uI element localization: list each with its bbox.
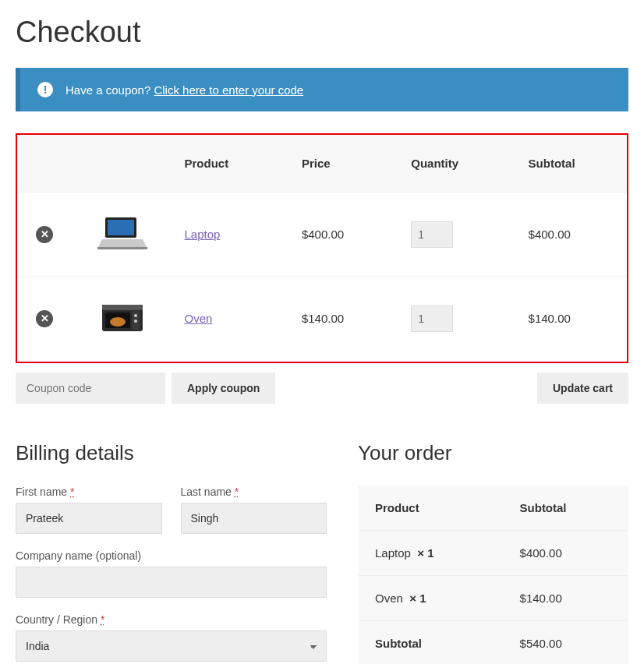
- coupon-prefix: Have a coupon?: [65, 83, 150, 97]
- subtotal-cell: $140.00: [518, 277, 627, 361]
- coupon-banner-text: Have a coupon? Click here to enter your …: [65, 83, 303, 97]
- your-order: Your order Product Subtotal Laptop × 1 $…: [358, 441, 628, 664]
- col-quantity-header: Quantity: [400, 135, 517, 192]
- col-price-header: Price: [291, 135, 400, 192]
- svg-rect-10: [102, 305, 143, 310]
- order-header-subtotal: Subtotal: [503, 486, 628, 531]
- order-line-qty: × 1: [409, 592, 426, 605]
- coupon-toggle-link[interactable]: Click here to enter your code: [154, 83, 303, 97]
- quantity-input[interactable]: [411, 306, 453, 332]
- col-product-header: Product: [174, 135, 291, 192]
- billing-title: Billing details: [16, 441, 327, 465]
- country-label: Country / Region *: [16, 613, 327, 626]
- billing-details: Billing details First name * Last name *…: [16, 441, 327, 662]
- order-line-name: Oven: [375, 592, 403, 605]
- info-icon: !: [37, 82, 53, 97]
- svg-point-9: [134, 320, 137, 323]
- order-subtotal-label: Subtotal: [358, 621, 503, 665]
- label-text: First name: [16, 486, 67, 498]
- order-line-name: Laptop: [375, 546, 411, 560]
- table-row: ✕ Laptop $400.00 $400.00: [17, 192, 627, 277]
- coupon-banner: ! Have a coupon? Click here to enter you…: [16, 68, 628, 111]
- label-text: Country / Region: [16, 613, 97, 626]
- product-thumbnail-laptop[interactable]: [94, 213, 150, 253]
- product-link[interactable]: Laptop: [185, 228, 221, 241]
- order-subtotal-value: $540.00: [503, 621, 628, 665]
- svg-rect-3: [97, 247, 147, 249]
- update-cart-button[interactable]: Update cart: [537, 373, 628, 404]
- product-thumbnail-oven[interactable]: [94, 297, 150, 337]
- svg-point-8: [134, 314, 137, 317]
- cart-actions: Apply coupon Update cart: [16, 373, 628, 404]
- page-title: Checkout: [16, 16, 628, 49]
- country-select[interactable]: India: [16, 630, 327, 662]
- subtotal-cell: $400.00: [518, 192, 627, 277]
- last-name-input[interactable]: [181, 503, 327, 534]
- first-name-label: First name *: [16, 486, 162, 498]
- required-marker: *: [101, 613, 104, 626]
- last-name-label: Last name *: [181, 486, 327, 498]
- company-input[interactable]: [16, 567, 327, 598]
- cart-table-highlight: Product Price Quantity Subtotal ✕: [16, 133, 628, 363]
- required-marker: *: [235, 486, 239, 498]
- order-line-subtotal: $140.00: [503, 576, 628, 621]
- price-cell: $400.00: [291, 192, 400, 277]
- order-line-qty: × 1: [417, 546, 433, 560]
- product-link[interactable]: Oven: [185, 312, 213, 325]
- table-row: ✕ Oven: [17, 277, 627, 361]
- apply-coupon-button[interactable]: Apply coupon: [172, 373, 275, 404]
- order-line: Laptop × 1 $400.00: [358, 531, 628, 576]
- coupon-code-input[interactable]: [16, 373, 165, 404]
- order-line: Oven × 1 $140.00: [358, 576, 628, 621]
- col-thumb-header: [72, 135, 173, 192]
- col-remove-header: [17, 135, 72, 192]
- col-subtotal-header: Subtotal: [518, 135, 627, 192]
- company-label: Company name (optional): [16, 549, 327, 562]
- price-cell: $140.00: [291, 277, 400, 361]
- required-marker: *: [70, 486, 74, 498]
- order-header-product: Product: [358, 486, 503, 531]
- remove-item-button[interactable]: ✕: [36, 226, 53, 243]
- order-title: Your order: [358, 441, 628, 465]
- quantity-input[interactable]: [411, 221, 453, 248]
- svg-point-6: [110, 317, 126, 327]
- label-text: Last name: [181, 486, 232, 498]
- order-line-subtotal: $400.00: [503, 531, 628, 576]
- remove-item-button[interactable]: ✕: [36, 310, 53, 327]
- cart-table: Product Price Quantity Subtotal ✕: [17, 135, 627, 360]
- order-table: Product Subtotal Laptop × 1 $400.00 Oven…: [358, 486, 628, 664]
- first-name-input[interactable]: [16, 503, 162, 534]
- svg-rect-1: [108, 220, 134, 235]
